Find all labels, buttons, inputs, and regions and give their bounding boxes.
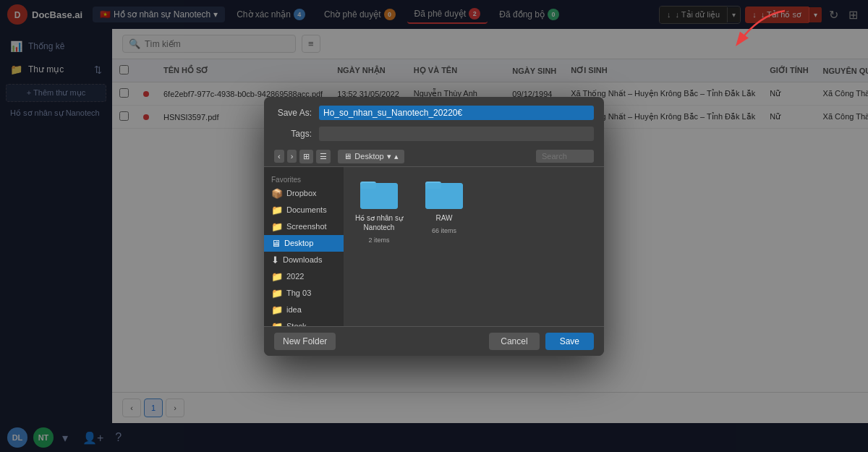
screenshot-icon: 📁 <box>271 221 283 232</box>
downloads-icon: ⬇ <box>271 255 279 265</box>
chevron-up-icon-loc: ▴ <box>394 152 399 161</box>
ds-item-thg03[interactable]: 📁 Thg 03 <box>264 285 344 302</box>
dialog-files-area: Hồ sơ nhân sự Nanotech 2 items RAW 66 it… <box>344 167 604 326</box>
dialog-save-as-row: Save As: <box>264 97 604 124</box>
file-item-ho-so[interactable]: Hồ sơ nhân sự Nanotech 2 items <box>354 177 404 244</box>
save-dialog: Save As: Tags: ‹ › ⊞ ☰ 🖥 Desktop ▾ ▴ <box>264 97 604 356</box>
folder-svg-raw <box>425 177 463 209</box>
new-folder-button[interactable]: New Folder <box>274 333 336 350</box>
desktop-icon: 🖥 <box>344 152 352 161</box>
documents-icon: 📁 <box>271 205 283 216</box>
ds-label-downloads: Downloads <box>283 255 322 264</box>
dialog-body: Favorites 📦 Dropbox 📁 Documents 📁 Screen… <box>264 167 604 326</box>
file-item-raw[interactable]: RAW 66 items <box>419 177 469 234</box>
chevron-down-icon-loc: ▾ <box>387 152 391 161</box>
ds-label-2022: 2022 <box>286 272 304 281</box>
dialog-overlay: Save As: Tags: ‹ › ⊞ ☰ 🖥 Desktop ▾ ▴ <box>0 0 868 452</box>
ds-item-dropbox[interactable]: 📦 Dropbox <box>264 185 344 202</box>
dropbox-icon: 📦 <box>271 188 283 199</box>
file-count-ho-so: 2 items <box>368 236 389 244</box>
favorites-section-label: Favorites <box>264 173 344 185</box>
file-label-ho-so: Hồ sơ nhân sự Nanotech <box>354 213 404 232</box>
ds-label-idea: idea <box>286 305 302 314</box>
tags-input[interactable] <box>319 127 594 141</box>
ds-item-idea[interactable]: 📁 idea <box>264 302 344 318</box>
file-label-raw: RAW <box>436 213 453 223</box>
forward-button[interactable]: › <box>287 150 297 163</box>
dialog-toolbar: ‹ › ⊞ ☰ 🖥 Desktop ▾ ▴ <box>264 147 604 167</box>
back-button[interactable]: ‹ <box>274 150 284 163</box>
idea-icon: 📁 <box>271 304 283 315</box>
ds-label-stock: Stock <box>286 322 307 326</box>
tags-label: Tags: <box>274 129 312 139</box>
ds-item-screenshot[interactable]: 📁 Screenshot <box>264 218 344 235</box>
svg-rect-7 <box>425 183 463 209</box>
location-selector[interactable]: 🖥 Desktop ▾ ▴ <box>338 150 404 163</box>
ds-item-documents[interactable]: 📁 Documents <box>264 202 344 218</box>
dialog-footer: New Folder Cancel Save <box>264 326 604 356</box>
ds-label-documents: Documents <box>286 205 327 214</box>
ds-label-thg03: Thg 03 <box>286 289 311 297</box>
dialog-sidebar: Favorites 📦 Dropbox 📁 Documents 📁 Screen… <box>264 167 344 326</box>
desktop-icon2: 🖥 <box>271 238 281 249</box>
thg03-icon: 📁 <box>271 288 283 299</box>
file-count-raw: 66 items <box>432 227 456 234</box>
save-button[interactable]: Save <box>545 333 594 350</box>
ds-label-desktop: Desktop <box>284 239 313 247</box>
save-as-label: Save As: <box>274 108 312 118</box>
dialog-search-input[interactable] <box>536 150 594 163</box>
ds-label-dropbox: Dropbox <box>286 189 317 197</box>
list-view-button[interactable]: ☰ <box>316 150 331 163</box>
ds-label-screenshot: Screenshot <box>286 222 327 231</box>
dialog-tags-row: Tags: <box>264 124 604 147</box>
2022-icon: 📁 <box>271 271 283 282</box>
grid-view-button[interactable]: ⊞ <box>299 150 313 163</box>
ds-item-stock[interactable]: 📁 Stock <box>264 318 344 326</box>
ds-item-2022[interactable]: 📁 2022 <box>264 268 344 285</box>
ds-item-desktop[interactable]: 🖥 Desktop <box>264 235 344 252</box>
save-as-input[interactable] <box>319 106 594 120</box>
ds-item-downloads[interactable]: ⬇ Downloads <box>264 252 344 268</box>
stock-icon: 📁 <box>271 321 283 326</box>
cancel-button[interactable]: Cancel <box>489 333 539 350</box>
folder-svg-ho-so <box>360 177 398 209</box>
location-label: Desktop <box>354 152 383 161</box>
svg-rect-4 <box>360 183 398 209</box>
